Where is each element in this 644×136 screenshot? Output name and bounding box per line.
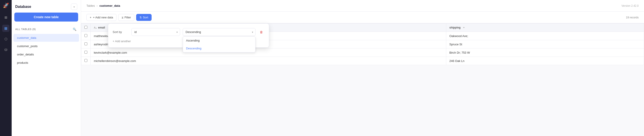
table-row: michellerobinson@example.com 246 Oak Ln	[81, 57, 644, 65]
breadcrumb-separator: ›	[97, 4, 98, 8]
table-list: customer_data customer_posts order_detai…	[12, 34, 81, 67]
select-all-checkbox[interactable]	[84, 26, 87, 29]
create-table-button[interactable]: Create new table	[14, 13, 78, 22]
section-title: ALL TABLES (9)	[15, 28, 36, 31]
main-header: Tables › customer_data Version 2.42.0	[81, 0, 644, 12]
row-checkbox[interactable]	[84, 59, 87, 62]
app-logo: 🚀	[3, 3, 9, 9]
sort-panel: Sort by id email first_name last_name sh…	[108, 23, 269, 48]
sort-direction-select[interactable]: Ascending Descending	[183, 28, 256, 36]
sort-button[interactable]: ⇅ Sort	[136, 14, 152, 21]
row-checkbox[interactable]	[84, 51, 87, 54]
filter-button[interactable]: ⧖ Filter	[118, 14, 134, 21]
breadcrumb: Tables › customer_data	[86, 4, 120, 8]
table-item-order-details[interactable]: order_details	[14, 51, 79, 58]
sort-descending-option[interactable]: Descending	[183, 44, 255, 52]
sort-by-label: Sort by	[113, 30, 126, 34]
records-count: 19 records	[626, 16, 639, 19]
search-tables-icon[interactable]: 🔍	[72, 27, 77, 32]
icon-bar: 🚀 ⊞ ▦ ⬡ ⛁	[0, 0, 12, 136]
th-shipping: shipping +	[446, 24, 644, 32]
plus-icon: +	[90, 16, 91, 19]
sort-direction-wrapper: Ascending Descending ▾ Ascending Descend…	[183, 28, 256, 36]
table-item-customer-posts[interactable]: customer_posts	[14, 42, 79, 50]
breadcrumb-current: customer_data	[100, 4, 120, 8]
sidebar-header: Database «	[12, 0, 81, 13]
text-type-icon: Aₐ	[94, 26, 96, 29]
cell-email: kevinclark@example.com	[91, 49, 446, 57]
bucket-nav-icon[interactable]: ⛁	[2, 46, 10, 53]
table-item-customer-data[interactable]: customer_data	[14, 34, 79, 42]
add-column-icon[interactable]: +	[463, 26, 465, 29]
sort-ascending-option[interactable]: Ascending	[183, 37, 255, 44]
sort-direction-dropdown: Ascending Descending	[183, 36, 256, 53]
sidebar: Database « Create new table ALL TABLES (…	[12, 0, 81, 136]
row-checkbox[interactable]	[84, 42, 87, 45]
row-checkbox[interactable]	[84, 34, 87, 37]
sort-field-wrapper: id email first_name last_name shipping_a…	[132, 28, 180, 36]
sidebar-section-header: ALL TABLES (9) 🔍	[12, 25, 81, 34]
cell-shipping: 246 Oak Ln	[446, 57, 644, 65]
grid-nav-icon[interactable]: ⊞	[2, 14, 10, 21]
sort-icon: ⇅	[140, 16, 142, 19]
filter-icon: ⧖	[122, 16, 124, 19]
sort-row: Sort by id email first_name last_name sh…	[113, 28, 264, 36]
delete-sort-button[interactable]: 🗑	[258, 29, 264, 35]
table-nav-icon[interactable]: ▦	[2, 25, 10, 32]
cell-email: michellerobinson@example.com	[91, 57, 446, 65]
add-new-data-button[interactable]: + + Add new data	[86, 14, 116, 21]
sidebar-collapse-btn[interactable]: «	[71, 4, 77, 10]
cell-shipping: Birch Dr; 753 W	[446, 49, 644, 57]
sort-field-select[interactable]: id email first_name last_name shipping_a…	[132, 28, 180, 36]
sidebar-title: Database	[15, 5, 31, 9]
database-nav-icon[interactable]: ⬡	[2, 36, 10, 43]
version-text: Version 2.42.0	[622, 4, 639, 8]
main-content: Tables › customer_data Version 2.42.0 + …	[81, 0, 644, 136]
toolbar: + + Add new data ⧖ Filter ⇅ Sort 19 reco…	[81, 12, 644, 23]
cell-shipping: Oakwood Ave;	[446, 32, 644, 40]
cell-shipping: Spruce St	[446, 40, 644, 49]
table-row: kevinclark@example.com Birch Dr; 753 W	[81, 49, 644, 57]
table-item-products[interactable]: products	[14, 59, 79, 67]
th-checkbox	[81, 24, 91, 32]
breadcrumb-tables[interactable]: Tables	[86, 4, 95, 8]
